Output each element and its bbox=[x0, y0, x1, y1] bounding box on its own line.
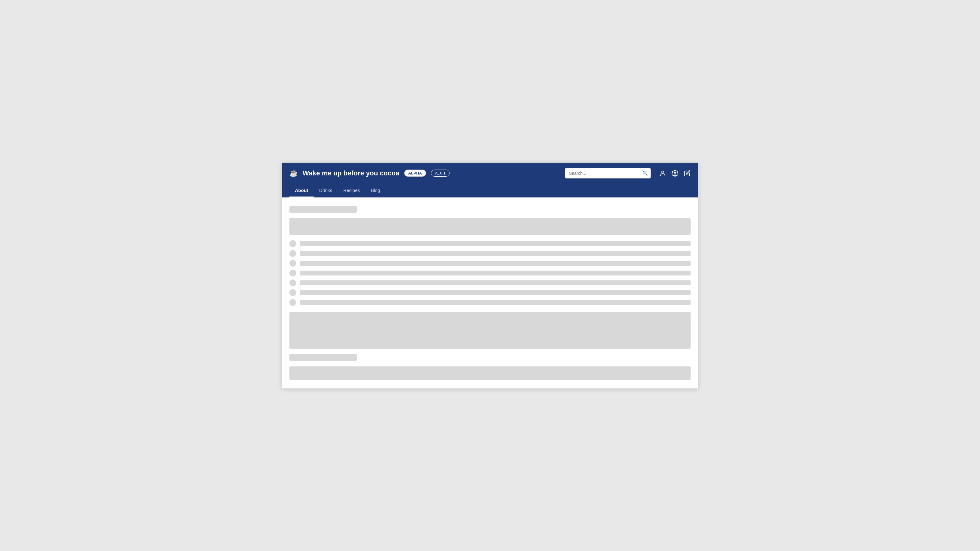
nav-item-recipes[interactable]: Recipes bbox=[338, 184, 365, 197]
skeleton-dot bbox=[290, 250, 296, 257]
alpha-badge: ALPHA bbox=[404, 170, 426, 176]
skeleton-list bbox=[290, 240, 690, 306]
search-input[interactable] bbox=[565, 168, 651, 178]
header: ☕ Wake me up before you cocoa ALPHA v1.0… bbox=[282, 163, 698, 184]
skeleton-dot bbox=[290, 289, 296, 296]
svg-point-1 bbox=[674, 172, 676, 174]
nav-item-about[interactable]: About bbox=[290, 184, 313, 197]
version-badge: v1.0.1 bbox=[431, 170, 450, 176]
user-icon-button[interactable] bbox=[659, 170, 666, 176]
skeleton-line bbox=[300, 271, 690, 275]
main-content bbox=[282, 197, 698, 389]
skeleton-block bbox=[290, 312, 690, 349]
skeleton-list-item bbox=[290, 240, 690, 247]
skeleton-line bbox=[300, 280, 690, 285]
nav-bar: About Drinks Recipes Blog bbox=[282, 184, 698, 197]
skeleton-line bbox=[300, 241, 690, 246]
skeleton-line bbox=[300, 251, 690, 256]
skeleton-title bbox=[290, 206, 357, 213]
settings-icon-button[interactable] bbox=[671, 170, 678, 176]
skeleton-footer bbox=[290, 367, 690, 380]
skeleton-list-item bbox=[290, 299, 690, 306]
skeleton-list-item bbox=[290, 289, 690, 296]
app-title: Wake me up before you cocoa bbox=[302, 169, 399, 177]
coffee-icon: ☕ bbox=[290, 169, 298, 177]
skeleton-line bbox=[300, 300, 690, 305]
edit-icon-button[interactable] bbox=[684, 170, 690, 176]
skeleton-line bbox=[300, 290, 690, 295]
skeleton-line bbox=[300, 261, 690, 266]
skeleton-list-item bbox=[290, 250, 690, 257]
search-icon: 🔍 bbox=[643, 171, 648, 176]
skeleton-dot bbox=[290, 279, 296, 286]
skeleton-list-item bbox=[290, 279, 690, 286]
nav-item-drinks[interactable]: Drinks bbox=[313, 184, 338, 197]
skeleton-title-2 bbox=[290, 354, 357, 361]
skeleton-dot bbox=[290, 270, 296, 276]
skeleton-dot bbox=[290, 299, 296, 306]
skeleton-list-item bbox=[290, 270, 690, 276]
nav-item-blog[interactable]: Blog bbox=[365, 184, 385, 197]
skeleton-banner bbox=[290, 218, 690, 235]
skeleton-dot bbox=[290, 260, 296, 267]
skeleton-list-item bbox=[290, 260, 690, 267]
search-container: 🔍 bbox=[565, 168, 651, 178]
header-icons bbox=[659, 170, 690, 176]
skeleton-dot bbox=[290, 240, 296, 247]
svg-point-0 bbox=[662, 171, 663, 173]
app-window: ☕ Wake me up before you cocoa ALPHA v1.0… bbox=[282, 162, 698, 389]
